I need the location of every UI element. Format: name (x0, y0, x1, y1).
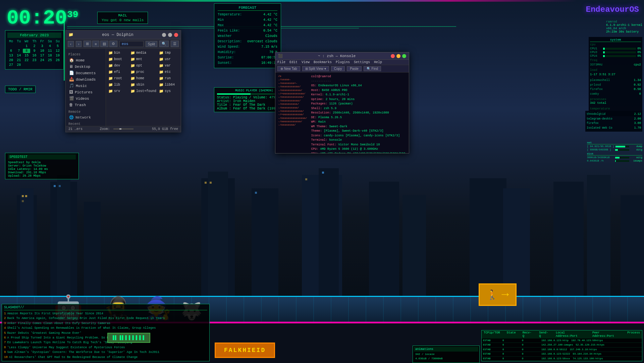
dolphin-view-icons-btn[interactable]: ⊞ (84, 41, 91, 47)
folder-icon: 📁 (159, 63, 164, 68)
neofetch-ascii-art: /o ./sssso- -/osssssss+- -/ossssssssso/ … (278, 75, 307, 153)
file-usr[interactable]: 📁usr (158, 56, 179, 62)
cal-day (46, 63, 54, 67)
sidebar-item-music[interactable]: 🎵 Music (67, 83, 104, 89)
folder-icon: 📁 (130, 83, 135, 87)
forecast-wind-row: Wind Speed: 7.15 m/s (218, 44, 277, 50)
tcpip-col-process: Process (627, 331, 640, 338)
dolphin-path-bar[interactable]: eos (119, 41, 144, 47)
sysmon-freq-header: freq (590, 59, 641, 62)
sysmon-title: system (590, 38, 641, 42)
file-root[interactable]: 📁root (107, 76, 129, 81)
forecast-humidity-label: Humidity: (218, 50, 236, 55)
cal-day: 7 (15, 49, 22, 53)
cal-header-we: We (23, 39, 30, 44)
file-lib64[interactable]: 📁lib64 (158, 82, 179, 88)
konsole-min-btn[interactable] (396, 54, 400, 58)
cal-day: 19 (54, 53, 61, 58)
music-pixel-display[interactable]: FALKHIEID (215, 343, 275, 358)
file-mnt[interactable]: 📁mnt (129, 56, 157, 62)
progress-bars-widget: net [ 94.921/95.061B ] dump [ 6009B/9493… (587, 141, 642, 163)
svg-rect-21 (59, 185, 61, 187)
sidebar-item-videos[interactable]: 🎬 Videos (67, 95, 104, 102)
dolphin-forward-btn[interactable]: › (76, 41, 82, 47)
dolphin-menu-btn[interactable]: ☰ (171, 41, 179, 47)
dolphin-split-btn[interactable]: Split (146, 41, 157, 47)
file-bin[interactable]: 📁bin (107, 50, 129, 56)
dolphin-zoom-label: Zoom: (100, 127, 135, 131)
file-tmp[interactable]: 📁tmp (158, 50, 179, 56)
sidebar-item-downloads[interactable]: 📥 downloads (67, 76, 104, 83)
konsole-menu-file[interactable]: File (277, 60, 285, 64)
svg-rect-22 (205, 182, 207, 184)
sysmon-load-values: 1-17 3:51 3:27 (590, 73, 641, 77)
file-etc[interactable]: 📁etc (158, 69, 179, 75)
forecast-weather-row: Weather Clouds (218, 34, 277, 39)
dolphin-close-btn[interactable] (174, 33, 178, 37)
konsole-menu-plugins[interactable]: Plugins (336, 60, 350, 64)
cal-day: 13 (7, 53, 15, 58)
konsole-new-tab-btn[interactable]: ⊕ New Tab (277, 66, 300, 71)
sysmon-temp-header: temperature (590, 107, 641, 110)
dolphin-view-list-btn[interactable]: ≡ (92, 41, 99, 47)
cal-day: 18 (46, 53, 54, 58)
pb-disk-row1: 300KiB/34369KiB aitg (587, 156, 642, 159)
file-boot[interactable]: 📁boot (107, 56, 129, 62)
konsole-menu-bookmarks[interactable]: Bookmarks (314, 60, 332, 64)
konsole-menu-edit[interactable]: Edit (289, 60, 298, 64)
dolphin-back-btn[interactable]: ‹ (68, 41, 74, 47)
file-proc[interactable]: 📁proc (129, 69, 157, 75)
sidebar-item-home[interactable]: 🏠 Home (67, 57, 104, 63)
konsole-split-view-btn[interactable]: ⊞ Split View ▾ (302, 66, 329, 71)
forecast-weather-label: Weather (218, 34, 232, 39)
file-sys[interactable]: 📁sys (158, 88, 179, 94)
file-srv[interactable]: 📁srv (107, 88, 129, 94)
sysmon-cpu-label: 6.1.9-arch1-1 kernel (606, 24, 642, 27)
dolphin-search-btn[interactable]: 🔍 (159, 41, 169, 47)
konsole-menu-help[interactable]: Help (374, 60, 382, 64)
file-opt[interactable]: 📁opt (129, 63, 157, 69)
pixel-btn-text: ▐▌▐▌▌▌▌▌▌▌ (111, 335, 146, 341)
file-home[interactable]: 📁home (129, 76, 157, 81)
konsole-window-buttons (391, 54, 406, 58)
slashdot-item-5: 5Razer Debuts 'Greatest Gaming Mouse Eve… (4, 331, 207, 335)
dolphin-view-extra-btn[interactable]: ⚙ (109, 41, 117, 47)
zoom-slider[interactable] (113, 128, 133, 130)
konsole-menu-view[interactable]: View (302, 60, 310, 64)
file-efi[interactable]: 📁efi (107, 69, 129, 75)
konsole-content[interactable]: /o ./sssso- -/osssssss+- -/ossssssssso/ … (275, 73, 409, 153)
forecast-wind-value: 7.15 m/s (261, 44, 277, 50)
konsole-find-btn[interactable]: 🔍 Find (364, 66, 381, 71)
pb-disk-row2: 0.0438iB /h 1dumps (587, 160, 642, 162)
file-media[interactable]: 📁media (129, 50, 157, 56)
file-lost-found[interactable]: 📁lost+found (129, 88, 157, 94)
sidebar-item-trash[interactable]: 🗑 Trash (67, 102, 104, 108)
sidebar-item-pictures[interactable]: 🖼 Pictures (67, 89, 104, 95)
forecast-feels-label: Feels Like: (218, 28, 240, 34)
dolphin-path-text: eos (122, 42, 128, 46)
file-dev[interactable]: 📁dev (107, 63, 129, 69)
folder-icon: 📁 (159, 83, 164, 87)
sidebar-item-documents[interactable]: 📄 Documents (67, 70, 104, 76)
cal-day: 22 (23, 58, 30, 62)
konsole-paste-btn[interactable]: Paste (347, 66, 362, 71)
animations-title: animations (414, 347, 478, 352)
file-sbin[interactable]: 📁sbin (129, 82, 157, 88)
netstat-row-2: telegram-deskto 2.00 (587, 117, 641, 122)
music-bottom-display: FALKHIEID (215, 343, 275, 358)
left-vertical-bar (64, 13, 65, 81)
file-run[interactable]: 📁run (158, 76, 179, 81)
sidebar-item-network[interactable]: 🌐 Network (67, 115, 104, 120)
konsole-menu-settings[interactable]: Settings (354, 60, 370, 64)
dolphin-minimize-btn[interactable] (162, 33, 166, 37)
konsole-max-btn[interactable] (402, 54, 406, 58)
cal-day: 10 (39, 49, 46, 53)
dolphin-view-tree-btn[interactable]: ▤ (100, 41, 108, 47)
file-var[interactable]: 📁var (158, 63, 179, 69)
sidebar-item-desktop[interactable]: 🖥 Desktop (67, 63, 104, 70)
konsole-close-btn[interactable] (391, 54, 395, 58)
svg-rect-7 (252, 188, 278, 296)
file-lib[interactable]: 📁lib (107, 82, 129, 88)
dolphin-maximize-btn[interactable] (168, 33, 172, 37)
konsole-copy-btn[interactable]: Copy (331, 66, 345, 71)
